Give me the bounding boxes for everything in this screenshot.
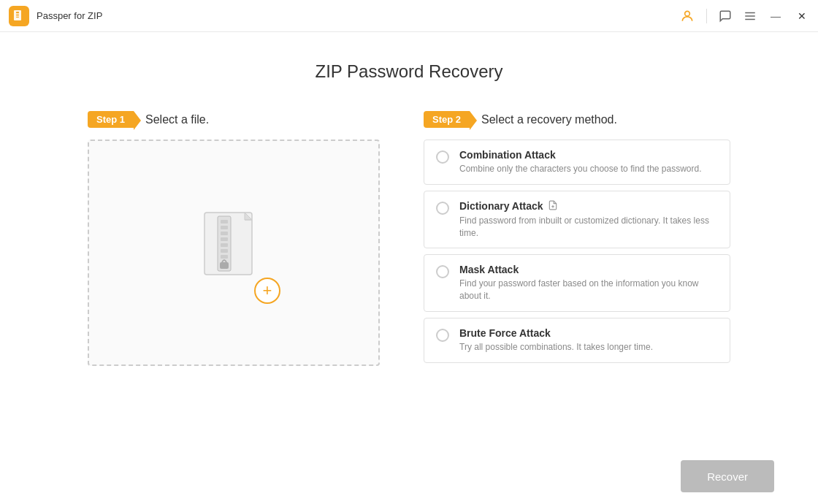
radio-mask[interactable] bbox=[436, 265, 449, 278]
svg-rect-4 bbox=[16, 17, 19, 18]
svg-rect-13 bbox=[221, 232, 228, 235]
menu-icon[interactable] bbox=[744, 9, 757, 23]
dictionary-icon bbox=[548, 200, 558, 213]
method-dictionary[interactable]: Dictionary Attack Find password fro bbox=[424, 191, 730, 249]
main-content: ZIP Password Recovery Step 1 Select a fi… bbox=[0, 32, 818, 448]
method-brute-force-desc: Try all possible combinations. It takes … bbox=[459, 341, 718, 354]
file-drop-area[interactable]: + bbox=[88, 140, 380, 366]
add-file-button[interactable]: + bbox=[254, 278, 280, 304]
divider bbox=[706, 9, 707, 23]
method-combination-info: Combination Attack Combine only the char… bbox=[459, 149, 718, 175]
method-brute-force[interactable]: Brute Force Attack Try all possible comb… bbox=[424, 318, 730, 363]
method-mask[interactable]: Mask Attack Find your password faster ba… bbox=[424, 254, 730, 312]
title-bar: Passper for ZIP — ✕ bbox=[0, 0, 818, 32]
step2-badge: Step 2 bbox=[424, 111, 470, 128]
step1-section: Step 1 Select a file. bbox=[88, 111, 380, 366]
radio-dictionary[interactable] bbox=[436, 202, 449, 215]
steps-container: Step 1 Select a file. bbox=[44, 111, 774, 366]
step1-label: Select a file. bbox=[145, 113, 209, 126]
page-title: ZIP Password Recovery bbox=[316, 61, 503, 82]
method-brute-force-title: Brute Force Attack bbox=[459, 327, 718, 339]
method-combination[interactable]: Combination Attack Combine only the char… bbox=[424, 140, 730, 185]
recovery-methods: Combination Attack Combine only the char… bbox=[424, 140, 730, 363]
app-title: Passper for ZIP bbox=[37, 10, 680, 21]
step1-badge: Step 1 bbox=[88, 111, 134, 128]
svg-rect-1 bbox=[16, 12, 19, 13]
svg-rect-14 bbox=[221, 237, 228, 241]
step2-label: Select a recovery method. bbox=[481, 113, 617, 126]
step1-header: Step 1 Select a file. bbox=[88, 111, 380, 128]
radio-combination[interactable] bbox=[436, 150, 449, 164]
svg-rect-11 bbox=[221, 220, 228, 224]
zip-icon-wrapper: + bbox=[197, 209, 270, 297]
svg-rect-2 bbox=[16, 14, 19, 15]
svg-rect-16 bbox=[221, 249, 228, 253]
minimize-button[interactable]: — bbox=[768, 10, 783, 22]
svg-rect-12 bbox=[221, 226, 228, 229]
chat-icon[interactable] bbox=[719, 9, 732, 23]
method-dictionary-desc: Find password from inbuilt or customized… bbox=[459, 215, 718, 240]
footer: Recover bbox=[0, 448, 818, 504]
method-dictionary-title: Dictionary Attack bbox=[459, 200, 718, 213]
method-combination-title: Combination Attack bbox=[459, 149, 718, 161]
step2-section: Step 2 Select a recovery method. Combina… bbox=[424, 111, 730, 366]
svg-rect-3 bbox=[16, 15, 19, 16]
svg-rect-18 bbox=[220, 262, 229, 269]
method-mask-title: Mask Attack bbox=[459, 264, 718, 275]
svg-rect-15 bbox=[221, 243, 228, 247]
svg-point-5 bbox=[685, 11, 690, 16]
user-icon[interactable] bbox=[680, 9, 695, 23]
step2-header: Step 2 Select a recovery method. bbox=[424, 111, 730, 128]
recover-button[interactable]: Recover bbox=[681, 460, 774, 492]
svg-rect-17 bbox=[221, 255, 228, 259]
method-combination-desc: Combine only the characters you choose t… bbox=[459, 163, 718, 175]
method-mask-info: Mask Attack Find your password faster ba… bbox=[459, 264, 718, 302]
title-bar-controls: — ✕ bbox=[680, 9, 809, 23]
method-dictionary-info: Dictionary Attack Find password fro bbox=[459, 200, 718, 240]
method-brute-force-info: Brute Force Attack Try all possible comb… bbox=[459, 327, 718, 354]
method-mask-desc: Find your password faster based on the i… bbox=[459, 278, 718, 302]
close-button[interactable]: ✕ bbox=[795, 10, 809, 22]
app-logo bbox=[9, 6, 29, 26]
radio-brute-force[interactable] bbox=[436, 329, 449, 342]
